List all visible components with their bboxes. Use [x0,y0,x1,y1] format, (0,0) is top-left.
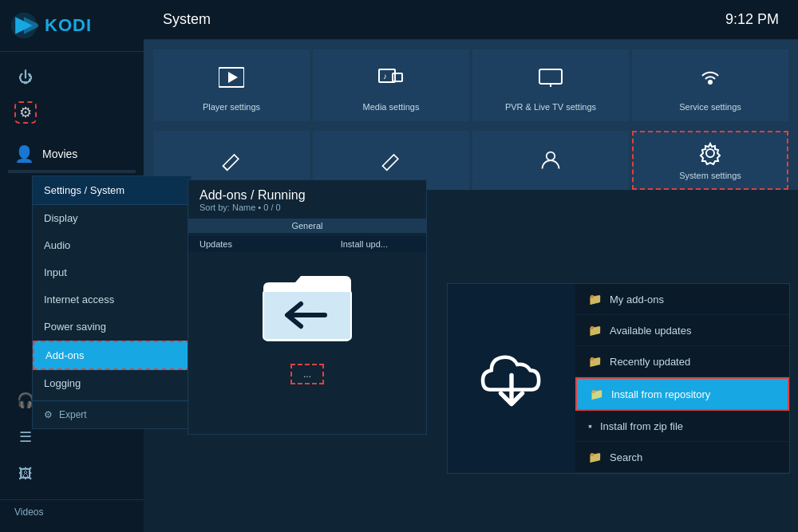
settings-tiles-row1: Player settings ♪ Media settings PVR & L… [144,40,798,131]
expert-label: Expert [59,409,87,420]
install-from-zip-label: Install from zip file [600,420,683,432]
install-panel: 📁 My add-ons 📁 Available updates 📁 Recen… [447,283,790,474]
signal-icon [697,65,723,96]
zip-icon: ▪ [588,420,592,432]
sidebar-power[interactable]: ⏻ [0,60,144,95]
svg-line-12 [223,166,227,170]
install-from-repository[interactable]: 📁 Install from repository [575,377,789,411]
panel-item-power[interactable]: Power saving [33,313,191,341]
install-left-icon [448,284,575,473]
gear-icon: ⚙ [14,101,37,124]
install-updates-label: Install upd... [341,239,388,249]
folder-icon-5: 📁 [588,451,602,463]
menu-icon: ☰ [14,426,37,448]
panel-footer[interactable]: ⚙ Expert [33,400,191,428]
tv-icon [538,65,563,96]
kodi-icon-svg [10,11,38,40]
svg-point-13 [547,152,555,161]
system-header: System 9:12 PM [144,0,798,40]
kodi-brand: KODI [45,15,92,36]
addons-updates-bar: Updates Install upd... [188,236,426,252]
player-settings-tile[interactable]: Player settings [153,49,310,121]
search-label: Search [610,451,642,463]
install-from-zip[interactable]: ▪ Install from zip file [575,411,789,442]
system-settings-tile[interactable]: System settings [632,131,788,190]
updates-label: Updates [200,239,232,249]
service-settings-label: Service settings [679,102,741,112]
player-settings-label: Player settings [203,102,260,112]
expert-icon: ⚙ [44,409,53,420]
cloud-download-icon [476,343,547,415]
panel-title: Settings / System [33,176,191,205]
sidebar-icons: ⏻ ⚙ [0,52,144,138]
folder-icon-2: 📁 [588,324,602,337]
addons-content: ... [188,252,426,400]
folder-icon-1: 📁 [588,293,602,305]
addons-subtitle: Sort by: Name • 0 / 0 [200,203,415,212]
svg-rect-7 [393,73,402,81]
install-available-updates[interactable]: 📁 Available updates [575,315,789,346]
media-icon: ♪ [378,65,404,96]
addons-panel: Add-ons / Running Sort by: Name • 0 / 0 … [188,179,427,435]
panel-item-input[interactable]: Input [33,259,191,286]
folder-back-icon [259,268,355,348]
recently-updated-label: Recently updated [610,356,690,368]
sidebar-header: KODI [0,0,144,52]
install-from-repository-label: Install from repository [611,388,710,400]
settings-system-panel: Settings / System Display Audio Input In… [32,175,192,429]
service-settings-tile[interactable]: Service settings [632,49,788,121]
media-settings-label: Media settings [363,102,420,112]
sidebar-icon-row-3: 🖼 [0,456,144,491]
available-updates-label: Available updates [610,325,691,337]
panel-item-addons[interactable]: Add-ons [33,341,191,370]
pvr-settings-label: PVR & Live TV settings [505,102,596,112]
user-icon: 👤 [14,144,34,164]
image-icon: 🖼 [14,463,37,485]
install-my-addons[interactable]: 📁 My add-ons [575,284,789,315]
install-search[interactable]: 📁 Search [575,442,789,473]
sidebar-user: 👤 Movies [0,138,144,170]
svg-point-11 [708,80,713,85]
play-icon [219,65,244,96]
install-right-menu: 📁 My add-ons 📁 Available updates 📁 Recen… [575,284,789,473]
system-time: 9:12 PM [725,11,779,28]
addons-title: Add-ons / Running [200,188,415,203]
sidebar-footer: Videos [0,499,144,524]
panel-item-internet[interactable]: Internet access [33,286,191,313]
my-addons-label: My add-ons [610,294,664,305]
kodi-logo: KODI [10,11,92,40]
svg-text:♪: ♪ [383,72,387,81]
svg-rect-8 [539,69,562,84]
tile-user[interactable] [472,131,629,190]
svg-point-14 [706,149,714,157]
media-settings-tile[interactable]: ♪ Media settings [313,49,469,121]
panel-item-audio[interactable]: Audio [33,232,191,259]
addons-dotdot-button[interactable]: ... [290,364,324,384]
addons-header: Add-ons / Running Sort by: Name • 0 / 0 [188,180,426,215]
power-icon: ⏻ [14,66,37,89]
system-settings-label: System settings [679,171,741,180]
svg-marker-4 [228,72,238,83]
addons-general-bar: General [188,219,426,233]
sidebar-movies-label: Movies [42,148,77,160]
sidebar-settings[interactable]: ⚙ [0,95,144,130]
install-recently-updated[interactable]: 📁 Recently updated [575,346,789,377]
pvr-settings-tile[interactable]: PVR & Live TV settings [472,49,629,121]
panel-item-logging[interactable]: Logging [33,370,191,397]
folder-icon-4: 📁 [590,388,603,400]
system-title: System [163,11,211,28]
sidebar-videos-label: Videos [14,506,43,518]
panel-item-display[interactable]: Display [33,205,191,232]
folder-icon-3: 📁 [588,355,602,368]
